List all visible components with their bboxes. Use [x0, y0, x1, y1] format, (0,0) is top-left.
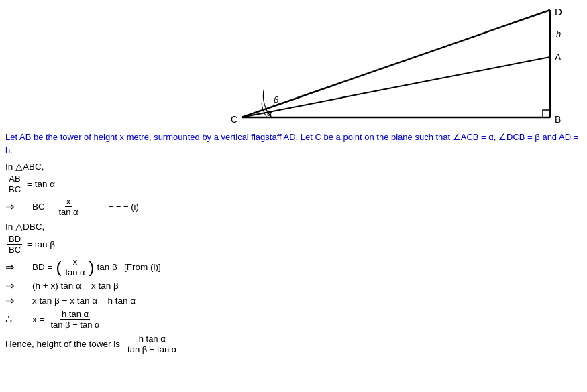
section-abc-label: In △ABC,	[5, 161, 582, 172]
fraction-x-tana2: x tan α	[64, 257, 86, 277]
eq-expand-text: (h + x) tan α = x tan β	[32, 281, 119, 291]
close-paren: )	[89, 259, 95, 275]
eq-bd-value: ⇒ BD = ( x tan α ) tan β [From (i)]	[5, 257, 582, 277]
svg-line-3	[242, 57, 550, 117]
fraction-result: h tan α tan β − tan α	[49, 309, 101, 330]
fraction-ab-bc: AB BC	[7, 174, 22, 194]
math-content: Let AB be the tower of height x metre, s…	[5, 131, 582, 356]
x-eq-label: x =	[32, 314, 44, 324]
num-x2: x	[72, 257, 79, 267]
eq-rearrange: ⇒ x tan β − x tan α = h tan α	[5, 294, 582, 307]
fraction-bd-bc: BD BC	[7, 234, 22, 255]
tan-beta-label: tan β	[97, 262, 117, 272]
diagram-container: D h A B C β α	[221, 3, 577, 134]
den-tana: tan α	[57, 207, 79, 217]
numerator-bd: BD	[7, 234, 22, 245]
num-htana: h tan α	[60, 309, 90, 320]
numerator-ab: AB	[7, 174, 21, 184]
eq-expand: ⇒ (h + x) tan α = x tan β	[5, 279, 582, 292]
bd-label: BD =	[32, 262, 52, 272]
den-tana2: tan α	[64, 267, 86, 277]
section-abc: In △ABC, AB BC = tan α ⇒ BC = x tan α − …	[5, 161, 582, 217]
eq-x-result: ∴ x = h tan α tan β − tan α	[5, 309, 582, 330]
section-dbc-label: In △DBC,	[5, 221, 582, 232]
conclusion-den: tan β − tan α	[126, 344, 178, 354]
eq-bd-bc: BD BC = tan β	[5, 234, 582, 255]
denominator-bc: BC	[7, 184, 22, 194]
eq-rearrange-text: x tan β − x tan α = h tan α	[32, 296, 136, 306]
denominator-bc2: BC	[7, 245, 22, 255]
intro-text: Let AB be the tower of height x metre, s…	[5, 131, 582, 157]
eq-tan-alpha: = tan α	[27, 179, 55, 189]
svg-line-2	[242, 10, 550, 117]
bracket-frac: ( x tan α )	[55, 257, 95, 277]
conclusion-num: h tan α	[138, 334, 167, 344]
fraction-conclusion: h tan α tan β − tan α	[126, 334, 178, 354]
label-beta: β	[273, 94, 279, 105]
implies-1: ⇒	[5, 200, 32, 213]
label-alpha: α	[267, 108, 272, 118]
implies-3: ⇒	[5, 279, 32, 292]
eq-bc-value: ⇒ BC = x tan α − − − (i)	[5, 196, 582, 217]
dashes-i: − − − (i)	[109, 202, 139, 212]
fraction-x-tana: x tan α	[57, 196, 79, 217]
label-C: C	[231, 114, 237, 125]
conclusion-prefix: Hence, height of the tower is	[5, 339, 120, 349]
open-paren: (	[56, 259, 61, 275]
label-B: B	[555, 114, 561, 125]
conclusion-row: Hence, height of the tower is h tan α ta…	[5, 334, 582, 354]
eq-ab-bc: AB BC = tan α	[5, 174, 582, 194]
num-x: x	[65, 196, 72, 207]
label-D: D	[555, 6, 562, 17]
therefore-symbol: ∴	[5, 313, 32, 326]
section-dbc: In △DBC, BD BC = tan β ⇒ BD = ( x tan α …	[5, 221, 582, 330]
eq-tan-beta: = tan β	[27, 239, 55, 249]
label-A: A	[555, 52, 562, 62]
from-i-label: [From (i)]	[124, 262, 161, 272]
implies-4: ⇒	[5, 294, 32, 307]
implies-2: ⇒	[5, 261, 32, 273]
triangle-diagram: D h A B C β α	[221, 3, 577, 134]
den-tanb-tana: tan β − tan α	[49, 320, 101, 330]
label-h: h	[556, 29, 561, 39]
svg-rect-4	[543, 110, 550, 117]
bc-label: BC =	[32, 202, 52, 212]
